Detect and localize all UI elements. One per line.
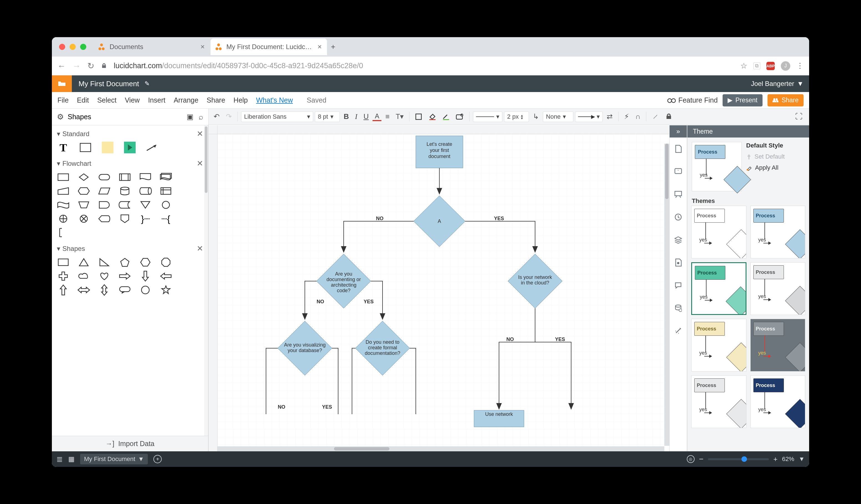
shape-triangle[interactable] [76,256,91,268]
window-close-icon[interactable] [59,44,65,50]
shape-rect[interactable] [56,256,71,268]
back-icon[interactable]: ← [57,61,66,71]
browser-menu-icon[interactable]: ⋮ [796,61,804,70]
window-maximize-icon[interactable] [80,44,86,50]
arrow-start-select[interactable]: None▾ [543,111,573,122]
url-text[interactable]: lucidchart.com/documents/edit/4058973f-0… [114,61,363,70]
zoom-level[interactable]: 62% [782,456,794,463]
tab-present-icon[interactable] [670,183,687,206]
shape-terminator[interactable] [97,171,112,183]
ruler-vertical[interactable] [209,134,217,451]
shape-heart[interactable] [97,270,112,282]
menu-edit[interactable]: Edit [77,96,89,104]
bold-button[interactable]: B [341,112,351,121]
theme-card[interactable]: Processyes [691,375,747,428]
shape-preparation[interactable] [76,185,91,197]
menu-arrange[interactable]: Arrange [174,96,198,104]
chevron-down-icon[interactable]: ▼ [798,456,805,463]
adblock-icon[interactable]: ABP [766,62,775,70]
collapse-panel-button[interactable]: » [670,125,687,138]
shape-direct-data[interactable] [138,185,153,197]
shape-internal-storage[interactable] [159,185,173,197]
wand-button[interactable]: ⟋ [650,112,661,121]
swap-arrows-button[interactable]: ⇄ [604,112,615,121]
tab-history-icon[interactable] [670,206,687,228]
browser-tab[interactable]: Documents ✕ [94,39,210,55]
shape-arrow[interactable] [145,142,160,153]
shape-callout[interactable] [117,284,132,296]
arrow-end-select[interactable]: ▾ [575,111,603,122]
shape-hexagon[interactable] [138,256,153,268]
tab-data-icon[interactable] [670,297,687,319]
scrollbar-vertical[interactable] [664,144,669,446]
line-routing-button[interactable]: ↳ [531,112,541,121]
home-folder-button[interactable] [52,75,72,92]
shape-database[interactable] [117,185,132,197]
close-icon[interactable]: ✕ [197,244,203,253]
theme-card[interactable]: Processyes [750,206,806,258]
shape-decision[interactable] [76,171,91,183]
menu-select[interactable]: Select [97,96,116,104]
shape-arrow-ud[interactable] [97,284,112,296]
close-icon[interactable]: ✕ [197,159,203,168]
shape-manual-input[interactable] [56,185,71,197]
shape-brace-left[interactable]: ┈{ [159,213,173,225]
font-size-select[interactable]: 8 pt▾ [315,111,340,122]
section-standard[interactable]: ▾ Standard ✕ [52,127,208,140]
page-selector[interactable]: My First Document ▼ [80,454,148,464]
zoom-in-button[interactable]: + [773,455,778,463]
ruler[interactable] [209,125,669,134]
lock-button[interactable]: 🔒︎ [663,112,674,121]
image-icon[interactable]: ▣ [187,113,194,122]
shape-cloud[interactable] [76,270,91,282]
shape-connector[interactable] [159,199,173,211]
feature-find-button[interactable]: Feature Find [667,96,718,104]
shape-octagon[interactable] [159,256,173,268]
theme-card[interactable]: Processyes [691,206,747,258]
tab-chat-icon[interactable] [670,274,687,297]
shape-summing[interactable] [76,213,91,225]
shape-star[interactable] [159,284,173,296]
shape-rectangle[interactable] [78,142,93,153]
browser-tab-active[interactable]: My First Document: Lucidchart ✕ [210,39,327,55]
tab-master-icon[interactable] [670,251,687,274]
theme-card[interactable]: Processyes [691,262,747,315]
theme-card[interactable]: Processyes [691,319,747,372]
user-menu[interactable]: Joel Bangerter ▼ [745,80,809,88]
share-button[interactable]: 👥︎ Share [767,94,804,107]
shape-paper-tape[interactable] [56,199,71,211]
shape-document[interactable] [138,171,153,183]
shape-stored-data[interactable] [117,199,132,211]
shape-arrow-right[interactable] [117,270,132,282]
extension-icon[interactable]: ⧉ [753,62,760,69]
shape-multidoc[interactable] [159,171,173,183]
zoom-out-button[interactable]: − [699,454,703,463]
text-color-button[interactable]: A [372,112,381,121]
reload-icon[interactable]: ↻ [87,61,94,71]
shape-merge[interactable] [138,199,153,211]
search-icon[interactable]: ⌕ [199,113,203,122]
menu-share[interactable]: Share [207,96,225,104]
undo-icon[interactable]: ↶ [211,112,222,121]
shape-delay[interactable] [97,199,112,211]
apply-all-button[interactable]: Apply All [746,164,805,171]
theme-card[interactable]: Processyes [750,262,806,315]
shape-predefined[interactable] [117,171,132,183]
lock-icon[interactable]: 🔒︎ [101,62,107,70]
add-page-button[interactable]: + [153,455,162,463]
profile-avatar[interactable]: J [781,61,790,71]
tab-layers-icon[interactable] [670,228,687,251]
scrollbar-horizontal[interactable] [217,446,664,451]
theme-card[interactable]: Processyes [750,319,806,372]
shape-offpage[interactable] [117,213,132,225]
close-icon[interactable]: ✕ [317,43,322,50]
close-icon[interactable]: ✕ [197,129,203,138]
menu-whats-new[interactable]: What's New [256,96,293,104]
shape-cross[interactable] [56,270,71,282]
shape-arrow-left[interactable] [159,270,173,282]
tab-magic-icon[interactable] [670,319,687,342]
fullscreen-icon[interactable]: ⛶ [791,112,806,121]
line-style-select[interactable]: ▾ [473,111,502,122]
menu-insert[interactable]: Insert [148,96,166,104]
menu-help[interactable]: Help [234,96,248,104]
